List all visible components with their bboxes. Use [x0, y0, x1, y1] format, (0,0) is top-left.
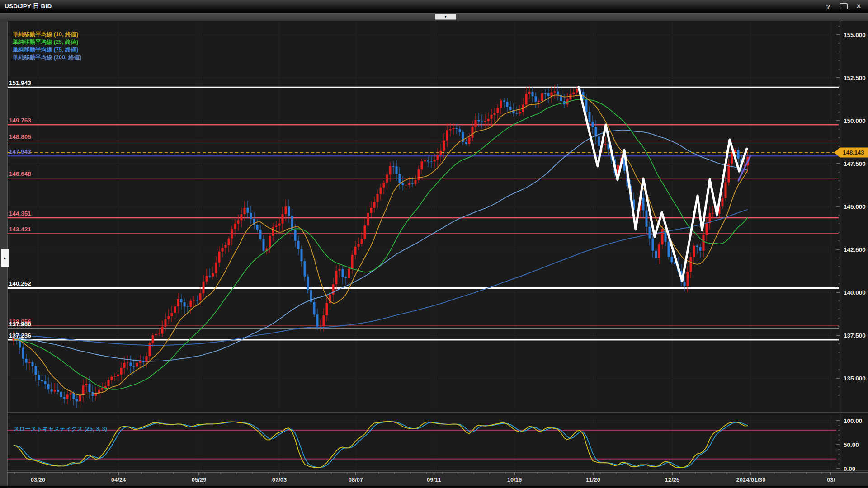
y-axis-label: 150.000 [844, 117, 866, 124]
candle-body [282, 214, 284, 224]
candle-body [453, 128, 455, 129]
candle-body [228, 238, 230, 245]
candle-body [332, 284, 335, 295]
candle-body [335, 271, 338, 284]
candle-body [472, 127, 474, 138]
candle-body [478, 120, 480, 121]
legend-sma-75: 単純移動平均線 (75, 終値) [12, 47, 78, 53]
candle-body [120, 368, 123, 375]
candle-body [725, 183, 727, 198]
candle-body [377, 194, 379, 202]
collapse-panel-button[interactable]: ▼ [435, 14, 456, 20]
candle-body [44, 381, 47, 384]
candle-body [320, 326, 322, 327]
candle-body [247, 208, 249, 213]
candle-body [642, 198, 645, 210]
candle-body [386, 174, 388, 183]
candle-body [101, 388, 104, 389]
candle-body [405, 185, 407, 185]
candle-body [361, 239, 363, 244]
price-level-label: 147.943 [9, 148, 31, 155]
x-axis-label: 03/ [827, 476, 835, 483]
x-axis-label: 07/03 [272, 476, 287, 483]
price-chart[interactable]: スローストキャスティクス (25, 3, 3)155.000152.500150… [0, 21, 868, 488]
candle-body [693, 245, 695, 257]
candle-body [411, 183, 414, 184]
x-axis-label: 11/20 [586, 476, 600, 483]
candle-body [294, 230, 297, 241]
candle-body [509, 107, 512, 110]
candle-body [304, 261, 306, 277]
expand-sidebar-button[interactable]: ▸ [1, 249, 9, 267]
candle-body [519, 112, 521, 113]
candle-body [547, 93, 550, 96]
candle-body [491, 115, 493, 119]
candle-body [570, 94, 572, 99]
candle-body [402, 183, 404, 185]
candle-body [551, 92, 553, 96]
candle-body [503, 100, 505, 102]
candle-body [421, 161, 423, 169]
candle-body [60, 392, 62, 397]
candle-body [427, 160, 429, 161]
candle-body [351, 255, 354, 268]
x-axis-label: 03/20 [31, 476, 46, 483]
candle-body [484, 121, 486, 122]
candle-body [684, 282, 686, 286]
candle-body [399, 174, 401, 183]
candle-body [212, 273, 214, 277]
candle-body [190, 301, 192, 307]
stoch-axis-label: 0.00 [844, 465, 855, 472]
candle-body [487, 119, 490, 121]
close-icon[interactable]: × [857, 2, 861, 10]
candle-body [193, 300, 195, 301]
candle-body [307, 277, 309, 290]
candle-body [494, 113, 496, 115]
candle-body [456, 128, 458, 129]
candle-body [557, 91, 559, 95]
restore-icon[interactable] [840, 3, 848, 9]
price-level-label: 149.763 [9, 117, 31, 124]
y-axis-label: 155.000 [844, 32, 866, 38]
candle-body [326, 303, 328, 315]
candle-body [418, 169, 420, 180]
bottom-edge [0, 486, 868, 488]
x-axis-label: 12/25 [665, 476, 680, 483]
candle-body [544, 93, 547, 94]
candle-body [424, 160, 426, 161]
candle-body [85, 384, 88, 385]
candle-body [535, 96, 537, 102]
legend-sma-200: 単純移動平均線 (200, 終値) [12, 54, 81, 61]
candle-body [234, 224, 236, 229]
candle-body [646, 210, 648, 227]
candle-body [256, 225, 259, 230]
candle-body [82, 385, 85, 395]
help-icon[interactable]: ? [826, 3, 830, 10]
candle-body [263, 239, 265, 251]
candle-body [358, 244, 360, 247]
stoch-axis-label: 100.00 [844, 418, 862, 424]
candle-body [541, 93, 543, 101]
candle-body [532, 92, 534, 96]
y-axis-label: 140.000 [844, 289, 866, 296]
candle-body [47, 384, 50, 389]
left-panel-strip: ▸ [0, 21, 8, 486]
candle-body [196, 300, 198, 300]
candle-body [95, 394, 97, 396]
candle-body [415, 180, 417, 184]
x-axis-label: 2024/01/30 [736, 476, 765, 483]
candle-body [468, 138, 471, 144]
price-level-label: 151.943 [9, 80, 31, 86]
window-controls: ? × [826, 2, 868, 10]
candle-body [465, 142, 467, 144]
candle-body [500, 100, 502, 108]
candle-body [649, 227, 651, 239]
candle-body [297, 241, 300, 249]
stoch-axis-label: 50.00 [844, 441, 859, 448]
candle-body [696, 245, 698, 247]
candle-body [408, 183, 410, 185]
candle-body [199, 293, 202, 300]
candle-body [38, 375, 40, 380]
candle-body [66, 394, 69, 399]
candle-body [89, 384, 91, 392]
